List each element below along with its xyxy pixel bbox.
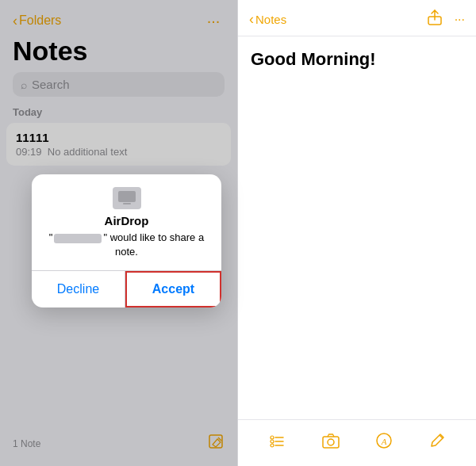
airdrop-device-icon (113, 187, 141, 209)
airdrop-dialog: AirDrop "" would like to share a note. D… (32, 174, 221, 307)
camera-icon[interactable] (317, 426, 345, 455)
svg-rect-1 (123, 203, 131, 204)
chevron-left-icon-right: ‹ (249, 11, 254, 28)
airdrop-buttons: Decline Accept (32, 271, 221, 307)
svg-rect-0 (118, 191, 136, 202)
svg-text:A: A (380, 437, 386, 446)
more-options-icon-right[interactable]: ··· (455, 13, 465, 27)
svg-point-8 (271, 436, 274, 439)
right-header-icons: ··· (428, 10, 465, 29)
svg-rect-11 (323, 437, 339, 448)
markup-icon[interactable]: A (370, 426, 398, 455)
notes-list-panel: ‹ Folders ··· Notes ⌕ Search Today 11111… (0, 0, 238, 466)
airdrop-message-post: " would like to share a note. (103, 231, 204, 258)
share-icon[interactable] (428, 10, 442, 29)
notes-back-button[interactable]: ‹ Notes (249, 11, 286, 28)
svg-point-12 (328, 439, 334, 445)
decline-button[interactable]: Decline (32, 271, 125, 307)
svg-point-10 (271, 444, 274, 447)
quote-open: " (49, 231, 53, 243)
accept-button[interactable]: Accept (125, 271, 221, 307)
notes-back-label[interactable]: Notes (255, 13, 286, 26)
compose-new-icon[interactable] (423, 426, 451, 455)
note-heading: Good Morning! (251, 49, 463, 70)
airdrop-icon-row (44, 187, 209, 209)
airdrop-content: AirDrop "" would like to share a note. (32, 174, 221, 271)
airdrop-title: AirDrop (44, 214, 209, 227)
right-header: ‹ Notes ··· (238, 0, 476, 36)
checklist-icon[interactable] (263, 426, 292, 455)
note-detail-panel: ‹ Notes ··· Good Morning! (238, 0, 476, 466)
right-bottom-toolbar: A (238, 419, 476, 466)
sender-name-redacted (54, 234, 102, 243)
note-content-area: Good Morning! (238, 36, 476, 419)
airdrop-message: "" would like to share a note. (44, 231, 209, 259)
svg-point-9 (271, 440, 274, 443)
